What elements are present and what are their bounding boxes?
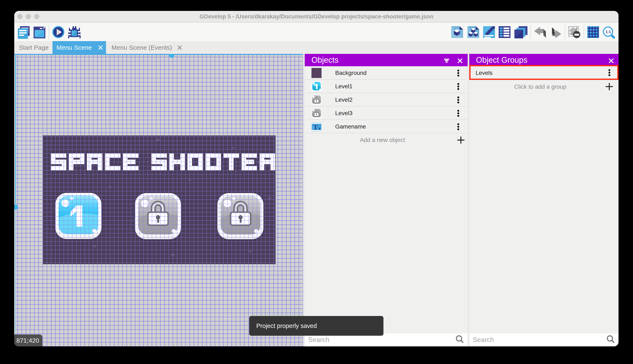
- svg-text:1:1: 1:1: [605, 30, 611, 34]
- svg-text:T: T: [313, 123, 318, 131]
- svg-text:x: x: [319, 126, 321, 131]
